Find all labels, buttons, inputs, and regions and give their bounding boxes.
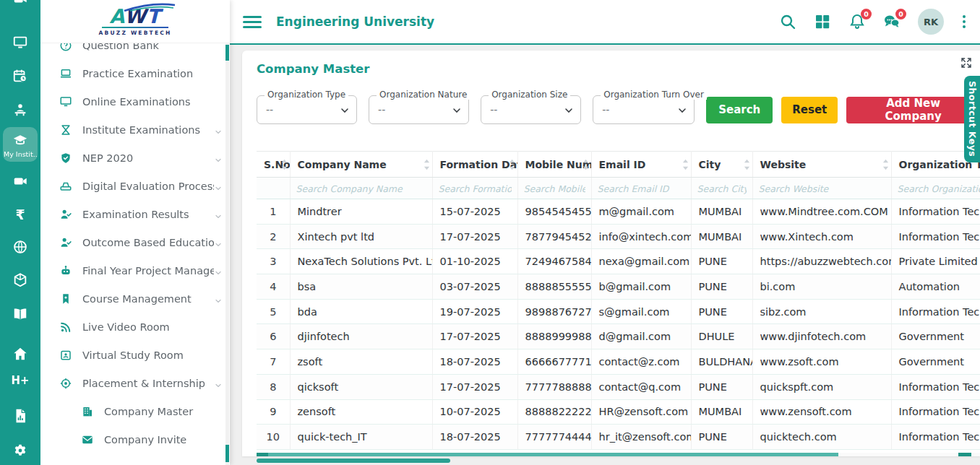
brand-tagline: ABUZZ WEBTECH <box>99 30 172 36</box>
column-search-input-website[interactable] <box>759 183 885 194</box>
cell-s-no: 10 <box>257 425 290 450</box>
more-options-icon[interactable] <box>961 13 967 30</box>
rail-item-rupee[interactable]: ₹ <box>0 207 40 222</box>
filter-select-organization-type[interactable]: Organization Type-- <box>257 95 357 124</box>
table-row[interactable]: 1Mindtrer15-07-20259854545455m@gmail.com… <box>257 199 980 225</box>
column-search-input-company-name[interactable] <box>296 183 426 194</box>
notifications-bell-icon[interactable]: 0 <box>848 13 866 30</box>
search-button[interactable]: Search <box>706 97 773 123</box>
chevron-down-icon <box>214 379 223 388</box>
add-new-company-button[interactable]: Add New Company <box>846 97 980 123</box>
cell-s-no: 3 <box>257 249 290 274</box>
rail-item-h-plus[interactable]: H+ <box>0 373 40 388</box>
table-row[interactable]: 10quick-tech_IT18-07-20257777774444hr_it… <box>257 425 980 450</box>
rail-item-person-desk[interactable] <box>0 102 40 118</box>
sidebar-item-online-examinations[interactable]: Online Examinations <box>40 87 230 116</box>
search-cell-mobile-number <box>517 178 591 199</box>
sort-icon[interactable] <box>424 158 430 171</box>
cell-email-id: hr_it@zensoft.com <box>591 425 691 450</box>
page-hscrollbar-thumb[interactable] <box>257 459 450 463</box>
sidebar-item-company-master[interactable]: Company Master <box>40 397 230 425</box>
sort-icon[interactable] <box>583 158 589 171</box>
table-row[interactable]: 5bda19-07-20259898876727s@gmail.comPUNEs… <box>257 299 980 324</box>
sort-icon[interactable] <box>744 158 750 171</box>
column-header-website[interactable]: Website <box>752 152 891 178</box>
column-header-city[interactable]: City <box>691 152 752 178</box>
sort-icon[interactable] <box>281 158 288 171</box>
column-header-s-no[interactable]: S.No <box>257 152 290 178</box>
search-icon[interactable] <box>779 13 796 30</box>
logo-swoosh-icon <box>123 3 176 12</box>
cell-city: PUNE <box>691 374 752 399</box>
sidebar-item-course-management[interactable]: Course Management <box>40 284 230 313</box>
sort-icon[interactable] <box>509 158 515 171</box>
table-row[interactable]: 7zsoft18-07-20256666677771contact@z.comB… <box>257 349 980 375</box>
table-row[interactable]: 2Xintech pvt ltd17-07-20257877945452info… <box>257 224 980 249</box>
hscrollbar-left-cap[interactable] <box>257 453 268 456</box>
sidebar-item-nep-2020[interactable]: NEP 2020 <box>40 144 230 172</box>
reset-button[interactable]: Reset <box>781 97 838 123</box>
sidebar-scrollbar-thumb-bottom[interactable] <box>225 445 229 462</box>
column-header-mobile-number[interactable]: Mobile Number <box>517 152 591 178</box>
table-row[interactable]: 6djinfotech17-07-20258888999988d@gmail.c… <box>257 324 980 349</box>
id-card-icon <box>59 349 72 362</box>
rail-item-graduation-cap[interactable]: My Instit... <box>3 127 38 162</box>
sidebar-scrollbar[interactable] <box>225 43 229 465</box>
sidebar-item-final-year-project-management[interactable]: Final Year Project Management <box>40 256 230 284</box>
sidebar-item-institute-examinations[interactable]: Institute Examinations <box>40 116 230 144</box>
cell-mobile-number: 9854545455 <box>517 199 591 225</box>
sidebar-item-practice-examination[interactable]: Practice Examination <box>40 59 230 87</box>
sidebar-item-digital-evaluation-process[interactable]: Digital Evaluation Process <box>40 172 230 200</box>
sidebar-item-virtual-study-room[interactable]: Virtual Study Room <box>40 341 230 369</box>
column-search-input-formation-date[interactable] <box>439 183 512 194</box>
column-header-company-name[interactable]: Company Name <box>290 152 432 178</box>
column-header-label: City <box>699 159 721 170</box>
table-row[interactable]: 4bsa03-07-20258888855555b@gmail.comPUNEb… <box>257 274 980 300</box>
filter-select-organization-size[interactable]: Organization Size-- <box>481 95 581 124</box>
shortcut-keys-tab[interactable]: Shortcut Keys <box>964 76 980 162</box>
column-header-formation-date[interactable]: Formation Date <box>432 152 517 178</box>
rail-item-video-camera[interactable] <box>0 173 40 189</box>
rail-item-report-doc[interactable] <box>0 408 40 424</box>
table-row[interactable]: 3NexaTech Solutions Pvt. Ltd.01-10-20257… <box>257 249 980 274</box>
column-header-email-id[interactable]: Email ID <box>591 152 691 178</box>
sort-icon[interactable] <box>682 158 689 171</box>
user-avatar[interactable]: RK <box>918 9 944 35</box>
rail-item-home[interactable] <box>0 346 40 362</box>
table-row[interactable]: 8qicksoft17-07-20257777788888contact@q.c… <box>257 374 980 399</box>
calendar-clock-icon <box>12 68 28 84</box>
cell-mobile-number: 8888999988 <box>517 324 591 349</box>
hscrollbar-thumb[interactable] <box>268 453 838 456</box>
rail-item-calendar-clock[interactable] <box>0 68 40 84</box>
filter-select-organization-turn-over[interactable]: Organization Turn Over-- <box>593 95 695 124</box>
robot-icon <box>59 264 72 277</box>
brand-logo[interactable]: AWT ABUZZ WEBTECH <box>40 0 230 43</box>
sidebar-item-live-video-room[interactable]: Live Video Room <box>40 313 230 341</box>
rail-item-monitor[interactable] <box>0 35 40 51</box>
cell-s-no: 6 <box>257 324 290 349</box>
table-hscrollbar[interactable] <box>257 453 980 456</box>
sidebar-item-outcome-based-education[interactable]: Outcome Based Education - ... <box>40 228 230 256</box>
sidebar-item-company-invite[interactable]: Company Invite <box>40 425 230 453</box>
messages-chat-icon[interactable]: 0 <box>883 13 901 30</box>
sidebar-item-placement-internship[interactable]: Placement & Internship <box>40 369 230 397</box>
rail-item-gear[interactable] <box>0 443 40 459</box>
column-search-input-mobile-number[interactable] <box>524 183 585 194</box>
rupee-icon: ₹ <box>15 207 25 222</box>
column-search-input-email-id[interactable] <box>598 183 685 194</box>
sidebar-scrollbar-thumb[interactable] <box>225 45 229 61</box>
rail-item-open-book[interactable] <box>0 306 40 322</box>
rail-item-cube[interactable] <box>0 272 40 288</box>
rail-item-globe[interactable] <box>0 239 40 255</box>
filter-select-organization-nature[interactable]: Organization Nature-- <box>369 95 469 124</box>
column-search-input-city[interactable] <box>697 183 747 194</box>
sort-icon[interactable] <box>882 158 889 171</box>
column-search-input-organization-type[interactable] <box>898 183 980 194</box>
hamburger-menu-icon[interactable] <box>243 16 262 28</box>
table-row[interactable]: 9zensoft10-07-20258888822222HR@zensoft.c… <box>257 399 980 425</box>
rail-item-video-camera[interactable] <box>0 0 40 7</box>
hscrollbar-right-cap[interactable] <box>958 453 971 456</box>
sidebar-item-examination-results[interactable]: Examination Results <box>40 200 230 228</box>
apps-grid-icon[interactable] <box>814 13 831 30</box>
fullscreen-expand-icon[interactable] <box>960 56 973 69</box>
